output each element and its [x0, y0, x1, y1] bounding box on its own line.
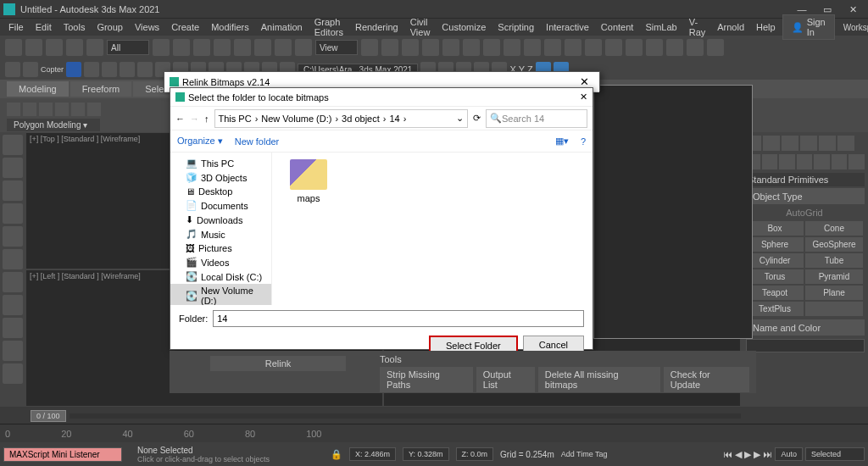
rotate-icon[interactable]	[254, 39, 271, 56]
menu-vray[interactable]: V-Ray	[684, 15, 711, 39]
menu-customize[interactable]: Customize	[437, 20, 491, 34]
lock-icon[interactable]: 🔒	[331, 449, 342, 460]
shapes-icon[interactable]	[762, 154, 778, 169]
mirror-icon[interactable]	[504, 39, 520, 56]
select-icon[interactable]	[153, 39, 170, 56]
sub-icon[interactable]	[55, 103, 69, 116]
close-icon[interactable]: ✕	[575, 75, 594, 88]
percent-snap-icon[interactable]	[442, 39, 459, 56]
cylinder-button[interactable]: Cylinder	[746, 253, 804, 268]
systems-icon[interactable]	[849, 154, 865, 169]
scale-icon[interactable]	[275, 39, 292, 56]
align-icon[interactable]	[524, 39, 541, 56]
left-tool-icon[interactable]	[3, 318, 23, 338]
selection-filter[interactable]: All	[107, 40, 149, 55]
helpers-icon[interactable]	[814, 154, 830, 169]
menu-group[interactable]: Group	[92, 20, 128, 34]
coord-x[interactable]: X: 2.486m	[349, 447, 396, 461]
teapot-button[interactable]: Teapot	[746, 286, 804, 300]
menu-edit[interactable]: Edit	[31, 20, 57, 34]
ref-coord-system[interactable]: View	[315, 40, 358, 55]
utilities-panel-tab[interactable]	[837, 136, 854, 151]
menu-modifiers[interactable]: Modifiers	[206, 20, 254, 34]
menu-rendering[interactable]: Rendering	[350, 20, 403, 34]
menu-scripting[interactable]: Scripting	[492, 20, 539, 34]
timeline-ruler[interactable]: 0 20 40 60 80 100	[0, 424, 868, 442]
schematic-view-icon[interactable]	[605, 39, 622, 56]
tree-item[interactable]: 💽 Local Disk (C:)	[170, 269, 271, 284]
tree-item[interactable]: ⬇ Downloads	[170, 213, 271, 227]
breadcrumb[interactable]: This PC › New Volume (D:) › 3d object › …	[214, 109, 469, 128]
left-tool-icon[interactable]	[3, 180, 23, 201]
undo-icon[interactable]	[5, 39, 22, 56]
select-name-icon[interactable]	[173, 39, 190, 56]
rb-icon[interactable]	[66, 62, 81, 77]
torus-button[interactable]: Torus	[746, 269, 804, 284]
spacewarps-icon[interactable]	[832, 154, 848, 169]
primitives-dropdown[interactable]: Standard Primitives	[744, 173, 865, 186]
hierarchy-panel-tab[interactable]	[782, 136, 798, 151]
time-slider-knob[interactable]: 0 / 100	[31, 410, 66, 422]
delete-missing-button[interactable]: Delete All missing bitmaps	[538, 367, 660, 392]
maxscript-listener[interactable]	[3, 447, 122, 462]
tree-item[interactable]: 🎬 Videos	[170, 255, 271, 269]
nav-up-icon[interactable]: ↑	[204, 114, 209, 124]
left-tool-icon[interactable]	[3, 295, 23, 315]
output-list-button[interactable]: Output List	[476, 367, 535, 392]
autogrid-checkbox[interactable]: AutoGrid	[744, 206, 865, 219]
tree-item[interactable]: 📄 Documents	[170, 198, 271, 213]
tree-item[interactable]: 🎵 Music	[170, 227, 271, 241]
search-input[interactable]: 🔍 Search 14	[486, 109, 587, 128]
add-time-tag[interactable]: Add Time Tag	[561, 450, 608, 458]
cameras-icon[interactable]	[797, 154, 813, 169]
goto-start-icon[interactable]: ⏮	[723, 449, 732, 459]
refresh-icon[interactable]: ⟳	[473, 113, 481, 124]
snap-toggle-icon[interactable]	[402, 39, 419, 56]
folder-item[interactable]: maps	[279, 159, 338, 203]
geosphere-button[interactable]: GeoSphere	[805, 237, 863, 252]
pivot-icon[interactable]	[361, 39, 378, 56]
crumb-item[interactable]: This PC	[219, 114, 252, 124]
toggle-ribbon-icon[interactable]	[565, 39, 581, 56]
modify-panel-tab[interactable]	[763, 136, 780, 151]
sign-in-button[interactable]: 👤Sign In	[782, 14, 835, 40]
prev-frame-icon[interactable]: ◀	[735, 449, 742, 460]
tool-icon-2[interactable]	[102, 62, 117, 77]
time-slider[interactable]: 0 / 100	[31, 408, 741, 424]
strip-missing-button[interactable]: Strip Missing Paths	[380, 367, 473, 392]
relink-button[interactable]: Relink	[210, 356, 346, 371]
sub-icon[interactable]	[23, 103, 36, 116]
coord-z[interactable]: Z: 0.0m	[456, 447, 494, 461]
help-icon[interactable]: ?	[581, 136, 586, 147]
object-type-rollout[interactable]: ▸ Object Type	[744, 188, 865, 204]
placement-icon[interactable]	[295, 39, 312, 56]
unlink-icon[interactable]	[66, 39, 83, 56]
cone-button[interactable]: Cone	[805, 221, 863, 236]
goto-end-icon[interactable]: ⏭	[763, 449, 772, 459]
layer-explorer-icon[interactable]	[544, 39, 561, 56]
menu-views[interactable]: Views	[130, 20, 164, 34]
file-list[interactable]: maps	[272, 153, 593, 305]
spinner-snap-icon[interactable]	[463, 39, 480, 56]
menu-animation[interactable]: Animation	[256, 20, 308, 34]
key-mode[interactable]: Selected	[805, 447, 865, 461]
menu-graph-editors[interactable]: Graph Editors	[309, 15, 348, 39]
teapot-icon[interactable]	[707, 39, 724, 56]
close-button[interactable]: ✕	[848, 4, 858, 14]
viewport-label[interactable]: [+] [Top ] [Standard ] [Wireframe]	[30, 135, 140, 143]
render-production-icon[interactable]	[687, 39, 704, 56]
box-button[interactable]: Box	[746, 221, 804, 236]
lights-icon[interactable]	[779, 154, 795, 169]
render-setup-icon[interactable]	[646, 39, 663, 56]
manipulate-icon[interactable]	[381, 39, 398, 56]
save-icon[interactable]	[23, 62, 38, 77]
menu-civil-view[interactable]: Civil View	[405, 15, 436, 39]
window-crossing-icon[interactable]	[214, 39, 231, 56]
menu-help[interactable]: Help	[751, 20, 781, 34]
menu-simlab[interactable]: SimLab	[640, 20, 682, 34]
check-update-button[interactable]: Check for Update	[664, 367, 749, 392]
left-tool-icon[interactable]	[3, 363, 23, 384]
left-tool-icon[interactable]	[3, 158, 23, 178]
crumb-item[interactable]: 14	[389, 114, 399, 124]
display-panel-tab[interactable]	[819, 136, 836, 151]
